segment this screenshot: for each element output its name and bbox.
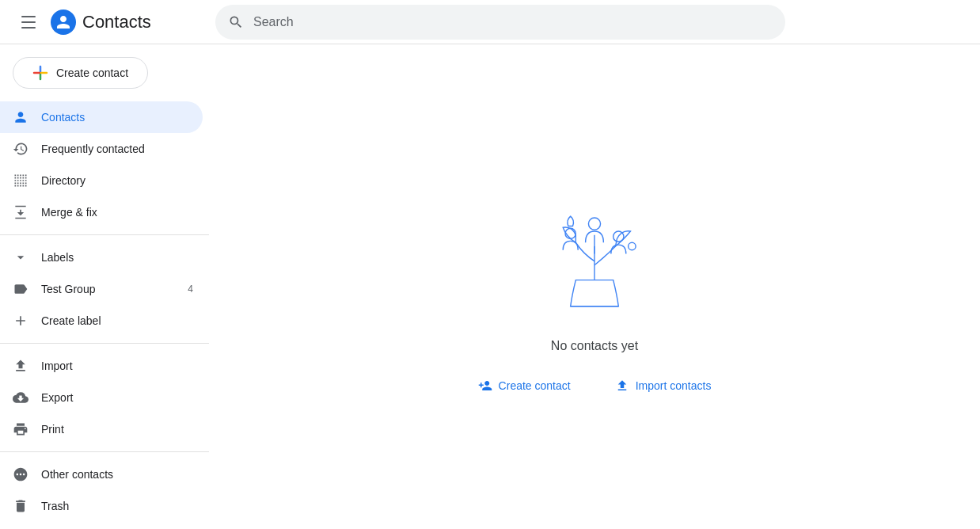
divider-1 (0, 234, 209, 235)
other-contacts-icon (13, 466, 28, 482)
main-content: No contacts yet Create contact Import co… (209, 44, 980, 529)
export-label: Export (41, 391, 193, 404)
sidebar-item-merge-fix[interactable]: Merge & fix (0, 196, 203, 228)
contacts-nav-label: Contacts (41, 111, 193, 124)
directory-label: Directory (41, 174, 193, 187)
empty-import-contacts-label: Import contacts (636, 379, 712, 392)
app-logo-icon (51, 10, 76, 35)
empty-create-contact-button[interactable]: Create contact (462, 372, 587, 399)
divider-2 (0, 343, 209, 344)
labels-title: Labels (41, 251, 74, 264)
sidebar-item-directory[interactable]: Directory (0, 165, 203, 196)
history-icon (13, 141, 28, 157)
body: Create contact Contacts Frequently conta… (0, 44, 980, 529)
person-icon (55, 14, 71, 30)
trash-icon (13, 498, 28, 514)
sidebar-item-create-label[interactable]: Create label (0, 305, 203, 337)
upload-icon (615, 379, 629, 393)
plus-icon (32, 65, 48, 81)
sidebar-item-other-contacts[interactable]: Other contacts (0, 459, 203, 490)
merge-icon (13, 204, 28, 220)
other-contacts-label: Other contacts (41, 468, 193, 481)
test-group-label: Test Group (41, 283, 175, 295)
empty-title: No contacts yet (551, 339, 638, 353)
print-icon (13, 421, 28, 437)
create-contact-label: Create contact (56, 67, 128, 79)
add-label-icon (13, 313, 28, 329)
empty-import-contacts-button[interactable]: Import contacts (599, 372, 727, 399)
empty-create-contact-label: Create contact (499, 379, 571, 392)
print-label: Print (41, 423, 193, 436)
person-add-icon (478, 379, 492, 393)
sidebar-item-trash[interactable]: Trash (0, 490, 203, 522)
import-label: Import (41, 360, 193, 372)
create-contact-button[interactable]: Create contact (13, 57, 148, 89)
search-bar[interactable] (215, 5, 785, 40)
sidebar-item-contacts[interactable]: Contacts (0, 101, 203, 133)
illustration (531, 175, 658, 320)
sidebar-item-print[interactable]: Print (0, 413, 203, 445)
sidebar-item-export[interactable]: Export (0, 382, 203, 413)
trash-label: Trash (41, 500, 193, 512)
search-input[interactable] (253, 15, 773, 29)
test-group-badge: 4 (188, 284, 193, 295)
menu-button[interactable] (13, 6, 44, 38)
collapse-icon (13, 249, 28, 265)
sidebar-item-test-group[interactable]: Test Group 4 (0, 273, 203, 305)
sidebar-item-import[interactable]: Import (0, 350, 203, 382)
divider-3 (0, 451, 209, 452)
export-icon (13, 390, 28, 405)
empty-state: No contacts yet Create contact Import co… (462, 175, 727, 399)
contacts-icon (13, 109, 28, 125)
import-icon (13, 358, 28, 374)
frequently-contacted-label: Frequently contacted (41, 143, 193, 155)
svg-point-8 (629, 242, 636, 249)
merge-fix-label: Merge & fix (41, 206, 193, 219)
directory-icon (13, 173, 28, 188)
search-icon (228, 14, 244, 30)
app-title: Contacts (82, 12, 151, 32)
create-label-text: Create label (41, 314, 193, 327)
hamburger-icon (21, 16, 36, 29)
app-logo: Contacts (51, 10, 151, 35)
label-icon (13, 281, 28, 297)
empty-actions: Create contact Import contacts (462, 372, 727, 399)
sidebar: Create contact Contacts Frequently conta… (0, 44, 209, 529)
sidebar-item-frequently-contacted[interactable]: Frequently contacted (0, 133, 203, 165)
svg-point-6 (588, 218, 600, 230)
header-left: Contacts (13, 6, 203, 38)
svg-point-5 (565, 228, 575, 238)
labels-section-header[interactable]: Labels (0, 242, 209, 273)
header: Contacts (0, 0, 980, 44)
